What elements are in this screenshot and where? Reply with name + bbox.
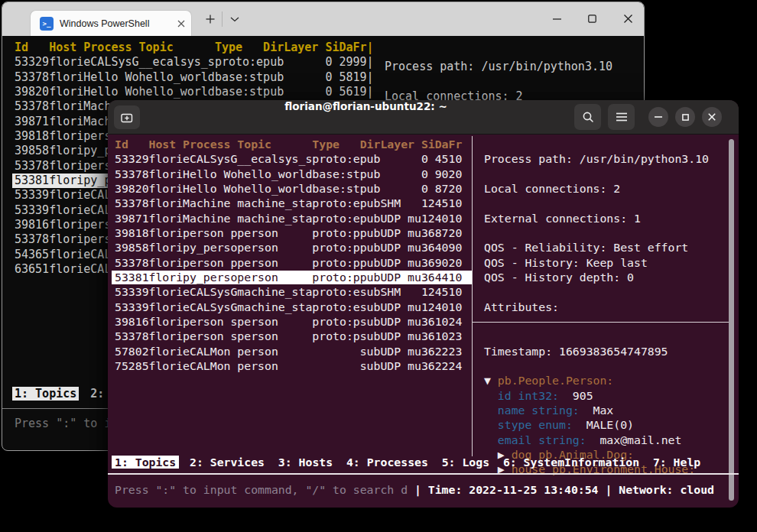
tui-tab[interactable]: 4: Processes xyxy=(346,456,428,469)
table-row[interactable]: 39816floriperson sperson proto:psubUDP m… xyxy=(115,315,473,329)
detail-line xyxy=(484,315,709,329)
selected-table-row[interactable]: 53381floripy_p xyxy=(12,174,113,188)
table-row[interactable]: 53378floriperson pperson proto:ppubUDP m… xyxy=(115,256,473,271)
table-row[interactable]: 57802florieCALMon person subUDP mu362223 xyxy=(115,345,473,359)
detail-line: stype enum: MALE(0) xyxy=(484,418,709,433)
status-time-network: | Time: 2022-11-25 13:40:54 | Network: c… xyxy=(414,483,714,496)
new-tab-button[interactable] xyxy=(201,10,219,28)
search-button[interactable] xyxy=(574,104,601,130)
detail-line: Timestamp: 1669383654747895 xyxy=(484,345,709,359)
tui-tab[interactable]: 2: Services xyxy=(190,456,265,469)
status-bar: Press ":" to input command, "/" to searc… xyxy=(115,483,714,497)
detail-line xyxy=(484,138,709,152)
table-header-row: Id Host Process Topic Type DirLayer SiDa… xyxy=(15,41,374,55)
process-path-line: Process path: /usr/bin/python3.10 xyxy=(385,60,612,74)
minimize-button[interactable] xyxy=(648,107,668,127)
new-tab-button[interactable] xyxy=(114,105,140,129)
detail-line: id int32: 905 xyxy=(484,389,709,404)
scrollbar-thumb[interactable] xyxy=(729,139,734,501)
table-row[interactable]: 53339florieCALSysGmachine_staproto:esubU… xyxy=(115,300,473,315)
tui-tab[interactable]: 6: SystemInformation xyxy=(503,456,639,469)
detail-line: email string: max@mail.net xyxy=(484,433,709,448)
detail-line: QOS - History depth: 0 xyxy=(484,271,709,285)
table-row[interactable]: 53378floriHello Wohello_worldbase:stpub … xyxy=(115,167,473,182)
maximize-button[interactable] xyxy=(675,107,695,127)
gnome-terminal-content[interactable]: Id Host Process Topic Type DirLayer SiDa… xyxy=(108,135,739,508)
detail-line xyxy=(484,196,709,211)
table-row[interactable]: 39820floriHello Wohello_worldbase:stpub … xyxy=(115,182,473,196)
detail-line xyxy=(484,226,709,241)
menu-button[interactable] xyxy=(608,104,635,130)
detail-line xyxy=(484,167,709,182)
tab-dropdown-icon[interactable] xyxy=(226,10,244,28)
detail-line xyxy=(484,285,709,300)
panel-vertical-divider xyxy=(472,136,473,456)
powershell-icon: >_ xyxy=(40,17,54,31)
detail-line: Attributes: xyxy=(484,300,709,315)
table-header-row: Id Host Process Topic Type DirLayer SiDa… xyxy=(115,138,473,152)
tui-tab[interactable]: 3: Hosts xyxy=(278,456,333,469)
gnome-terminal-headerbar[interactable]: florian@florian-ubuntu22: ~ xyxy=(108,100,739,135)
status-separator xyxy=(108,473,739,475)
detail-line: QOS - History: Keep last xyxy=(484,256,709,271)
detail-line xyxy=(484,359,709,374)
detail-line: ▼ pb.People.Person: xyxy=(484,374,709,388)
tui-tab[interactable]: 5: Logs xyxy=(442,456,489,469)
detail-line xyxy=(484,329,709,344)
detail-line: QOS - Reliability: Best effort xyxy=(484,241,709,255)
table-row[interactable]: 53378floriMachine machine_staproto:epubS… xyxy=(115,196,473,211)
table-row[interactable]: 75285florieCALMon person subUDP mu362224 xyxy=(115,359,473,374)
close-button[interactable] xyxy=(610,2,645,35)
table-row[interactable]: 53329florieCALSysG__ecalsys_sproto:epub … xyxy=(115,152,473,167)
titlebar-divider xyxy=(222,11,223,27)
detail-line: Local connections: 2 xyxy=(484,182,709,196)
window-title: florian@florian-ubuntu22: ~ xyxy=(177,100,555,134)
table-row[interactable]: 39820floriHello Wohello_worldbase:stpub … xyxy=(15,85,374,99)
status-hint: Press ":" to input command, "/" to searc… xyxy=(115,483,414,496)
topic-detail-panel: Process path: /usr/bin/python3.10Local c… xyxy=(484,138,709,478)
table-row[interactable]: 53329florieCALSysG__ecalsys_sproto:epub … xyxy=(15,55,374,70)
table-row[interactable]: 39818floriperson pperson proto:ppubUDP m… xyxy=(115,226,473,241)
powershell-tab[interactable]: >_ Windows PowerShell xyxy=(30,10,192,36)
tab-title: Windows PowerShell xyxy=(60,18,171,29)
close-button[interactable] xyxy=(702,107,722,127)
tab-close-icon[interactable] xyxy=(177,20,185,28)
table-row[interactable]: 53378floriperson sperson proto:psubUDP m… xyxy=(115,329,473,344)
topics-table: Id Host Process Topic Type DirLayer SiDa… xyxy=(115,138,473,374)
tui-tab[interactable]: 1: Topics xyxy=(112,456,179,469)
tui-tab-bar: 1: Topics 2: Services 3: Hosts 4: Proces… xyxy=(115,456,700,469)
windows-terminal-titlebar[interactable]: >_ Windows PowerShell xyxy=(2,2,644,36)
detail-line: Process path: /usr/bin/python3.10 xyxy=(484,152,709,167)
table-row[interactable]: 39871floriMachine machine_staproto:epubU… xyxy=(115,212,473,226)
table-row[interactable]: 53381floripy_persoperson proto:ppubUDP m… xyxy=(115,271,473,285)
table-row[interactable]: 53339florieCALSysGmachine_staproto:esubS… xyxy=(115,285,473,300)
tui-tab[interactable]: 7: Help xyxy=(653,456,700,469)
table-row[interactable]: 39858floripy_persoperson proto:ppubUDP m… xyxy=(115,241,473,255)
detail-line: External connections: 1 xyxy=(484,212,709,226)
gnome-terminal-window: florian@florian-ubuntu22: ~ Id Host Proc… xyxy=(108,100,739,508)
maximize-button[interactable] xyxy=(574,2,609,35)
tui-tab[interactable]: 1: Topics xyxy=(12,387,79,401)
detail-line: name string: Max xyxy=(484,404,709,418)
selected-table-row[interactable]: 53381floripy_persoperson proto:ppubUDP m… xyxy=(112,271,473,284)
minimize-button[interactable] xyxy=(539,2,574,35)
table-row[interactable]: 53378floriHello Wohello_worldbase:stpub … xyxy=(15,70,374,85)
